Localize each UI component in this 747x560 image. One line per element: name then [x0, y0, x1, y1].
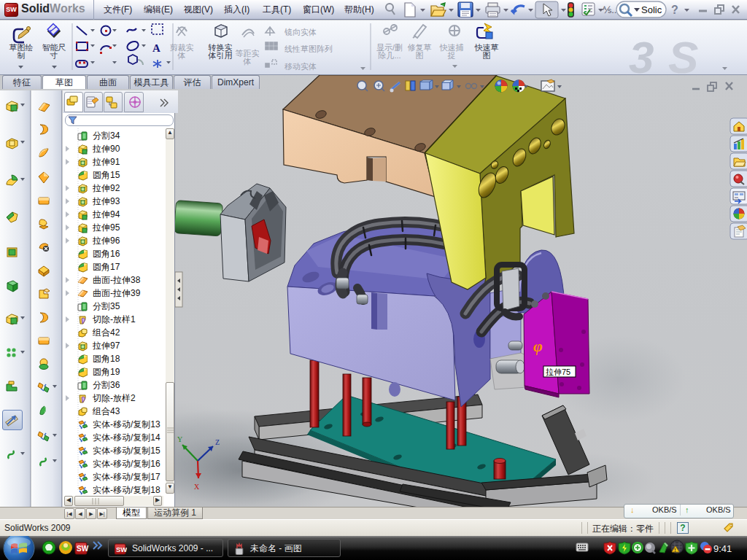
svg-text:!: !	[674, 548, 676, 553]
svg-text:Solic: Solic	[641, 4, 662, 15]
svg-text:φ: φ	[533, 337, 543, 355]
svg-text:A: A	[152, 42, 160, 54]
svg-text:Y: Y	[177, 435, 182, 443]
svg-text:SW: SW	[77, 545, 89, 553]
svg-text:S: S	[668, 32, 698, 74]
svg-text:SW: SW	[116, 545, 127, 553]
svg-text:⅍..: ⅍..	[603, 4, 616, 15]
svg-text:X: X	[194, 483, 200, 491]
svg-text:拉伸75: 拉伸75	[546, 368, 570, 376]
svg-text:?: ?	[671, 4, 678, 16]
svg-text:Z: Z	[215, 438, 220, 446]
svg-text:3: 3	[629, 32, 654, 74]
